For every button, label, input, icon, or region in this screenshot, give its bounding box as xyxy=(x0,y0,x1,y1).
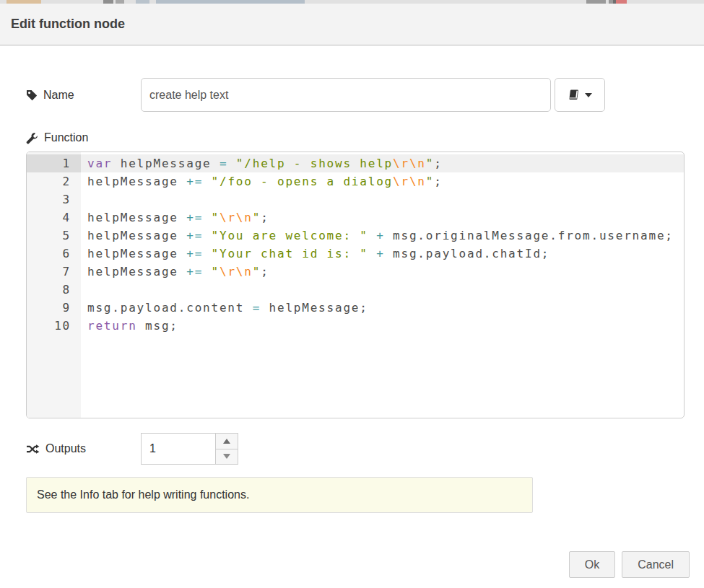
code-line[interactable]: 7helpMessage += "\r\n"; xyxy=(27,263,684,281)
code-text: helpMessage += "Your chat id is: " + msg… xyxy=(81,245,684,263)
line-number: 10 xyxy=(27,317,81,335)
tag-icon xyxy=(26,89,38,101)
code-text: return msg; xyxy=(81,317,684,335)
outputs-spinner xyxy=(141,433,238,465)
function-row: Function xyxy=(26,131,704,144)
line-number: 3 xyxy=(27,190,81,209)
dialog-buttons: Ok Cancel xyxy=(569,551,690,578)
triangle-down-icon xyxy=(223,454,230,459)
code-text: helpMessage += "/foo - opens a dialog\r\… xyxy=(81,172,684,190)
triangle-up-icon xyxy=(223,439,230,444)
code-line[interactable]: 10return msg; xyxy=(27,317,684,335)
code-line[interactable]: 8 xyxy=(27,281,684,299)
code-text: var helpMessage = "/help - shows help\r\… xyxy=(81,154,684,172)
code-text: helpMessage += "\r\n"; xyxy=(81,263,684,281)
line-number: 9 xyxy=(27,299,81,317)
shuffle-icon xyxy=(26,444,40,455)
spinner-down-button[interactable] xyxy=(216,449,238,465)
line-number: 6 xyxy=(27,245,81,263)
name-row: Name xyxy=(26,78,704,112)
code-line[interactable]: 5helpMessage += "You are welcome: " + ms… xyxy=(27,227,684,245)
code-line[interactable]: 2helpMessage += "/foo - opens a dialog\r… xyxy=(27,172,684,190)
library-button[interactable] xyxy=(555,78,605,112)
code-line[interactable]: 3 xyxy=(27,190,684,209)
code-line[interactable]: 4helpMessage += "\r\n"; xyxy=(27,209,684,227)
spinner-buttons xyxy=(215,434,238,464)
code-text: helpMessage += "\r\n"; xyxy=(81,209,684,227)
code-text: msg.payload.content = helpMessage; xyxy=(81,299,684,317)
name-label-text: Name xyxy=(43,89,74,102)
code-line[interactable]: 1var helpMessage = "/help - shows help\r… xyxy=(27,154,684,172)
line-number: 8 xyxy=(27,281,81,299)
chevron-down-icon xyxy=(585,93,592,97)
dialog-body: Name Function xyxy=(0,46,704,588)
dialog-title: Edit function node xyxy=(11,17,125,32)
name-label: Name xyxy=(26,89,141,102)
outputs-row: Outputs xyxy=(26,433,704,465)
code-line[interactable]: 6helpMessage += "Your chat id is: " + ms… xyxy=(27,245,684,263)
line-number: 7 xyxy=(27,263,81,281)
line-number: 4 xyxy=(27,209,81,227)
wrench-icon xyxy=(26,132,38,144)
outputs-label: Outputs xyxy=(26,442,141,455)
name-input[interactable] xyxy=(141,78,551,112)
line-number: 5 xyxy=(27,227,81,245)
code-line[interactable]: 9msg.payload.content = helpMessage; xyxy=(27,299,684,317)
spinner-up-button[interactable] xyxy=(216,434,238,449)
code-editor[interactable]: 1var helpMessage = "/help - shows help\r… xyxy=(26,152,685,418)
ok-button[interactable]: Ok xyxy=(569,551,615,578)
code-text: helpMessage += "You are welcome: " + msg… xyxy=(81,227,684,245)
code-text xyxy=(81,281,684,299)
line-number: 2 xyxy=(27,172,81,190)
outputs-input[interactable] xyxy=(142,434,215,464)
line-number: 1 xyxy=(27,154,81,172)
code-text xyxy=(81,190,684,209)
code-editor-lines: 1var helpMessage = "/help - shows help\r… xyxy=(27,154,684,335)
cancel-button[interactable]: Cancel xyxy=(622,551,690,578)
dialog-titlebar: Edit function node xyxy=(0,4,704,45)
book-icon xyxy=(568,89,580,101)
info-tip: See the Info tab for help writing functi… xyxy=(26,477,533,513)
function-label-text: Function xyxy=(44,131,88,144)
outputs-label-text: Outputs xyxy=(45,442,86,455)
function-label: Function xyxy=(26,131,141,144)
